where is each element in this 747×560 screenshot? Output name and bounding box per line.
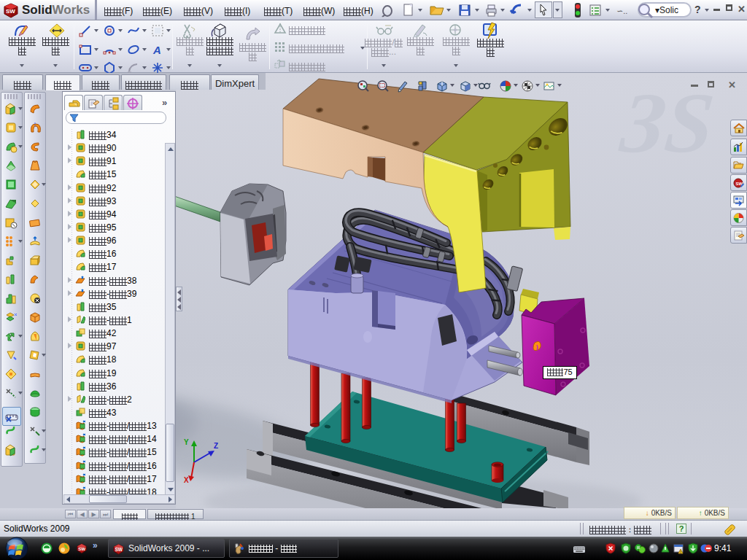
svg-text:Z: Z (214, 442, 218, 450)
svg-text:SW: SW (6, 8, 15, 15)
svg-text:A: A (152, 44, 161, 56)
svg-text:SW: SW (78, 546, 85, 551)
svg-text:Y: Y (184, 438, 189, 446)
svg-text:ЗS: ЗS (615, 75, 718, 171)
svg-text:SW: SW (115, 547, 123, 552)
svg-text:X: X (184, 476, 189, 484)
